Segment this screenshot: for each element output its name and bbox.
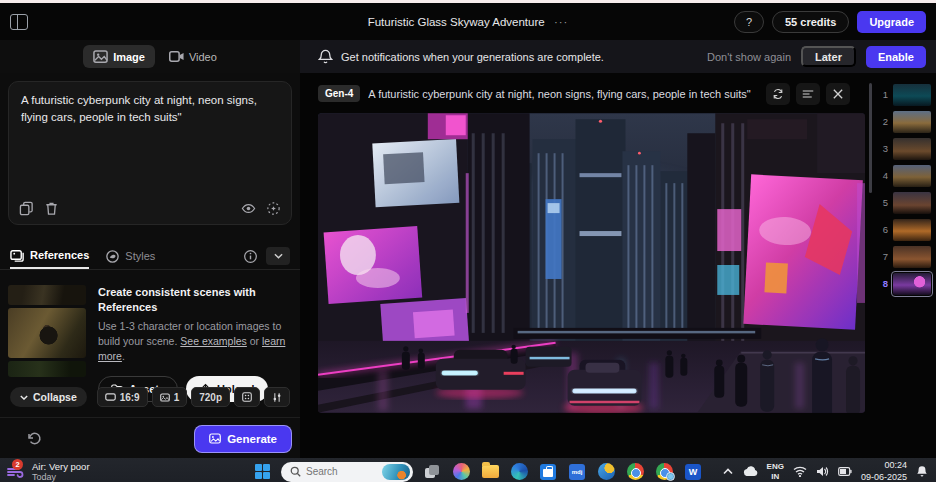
runway-app-window: Futuristic Glass Skyway Adventure ··· ? … [0, 3, 936, 482]
microsoft-store-icon[interactable] [538, 462, 558, 482]
language-indicator[interactable]: ENG IN [767, 462, 784, 480]
close-icon[interactable] [826, 83, 850, 105]
image-count-chip[interactable]: 1 [152, 387, 188, 407]
weather-line1: Air: Very poor [32, 461, 90, 472]
sub-bar: Image Video Get notifications when your … [0, 40, 936, 73]
start-button[interactable] [252, 462, 272, 482]
top-bar: Futuristic Glass Skyway Adventure ··· ? … [0, 3, 936, 40]
history-item-4[interactable]: 4 [878, 162, 936, 189]
history-thumbnail-3[interactable] [893, 138, 931, 160]
generation-prompt-label: A futuristic cyberpunk city at night, ne… [368, 88, 750, 100]
notification-bar: Get notifications when your generations … [300, 40, 936, 73]
chrome-icon[interactable] [625, 462, 645, 482]
tab-image[interactable]: Image [83, 45, 155, 68]
history-thumbnail-7[interactable] [893, 246, 931, 268]
history-thumbnail-6[interactable] [893, 219, 931, 241]
dont-show-again-link[interactable]: Don't show again [707, 51, 791, 63]
references-header: References Styles [0, 243, 300, 269]
history-thumbnail-5[interactable] [893, 192, 931, 214]
history-thumbnail-4[interactable] [893, 165, 931, 187]
collapse-button[interactable]: Collapse [10, 387, 87, 407]
volume-icon[interactable] [816, 466, 829, 477]
history-thumbnail-8[interactable] [893, 273, 931, 295]
details-icon[interactable] [796, 83, 820, 105]
divider [0, 269, 300, 270]
history-reset-icon[interactable] [26, 431, 42, 447]
aspect-ratio-chip[interactable]: 16:9 [97, 387, 148, 407]
later-button[interactable]: Later [801, 46, 856, 67]
weather-widget[interactable]: 2 Air: Very poor Today [0, 461, 150, 482]
scrollbar[interactable] [869, 83, 872, 193]
aspect-ratio-icon [105, 393, 116, 401]
search-icon [290, 466, 301, 477]
history-thumbnail-1[interactable] [893, 84, 931, 106]
prompt-input-box[interactable]: A futuristic cyberpunk city at night, ne… [8, 81, 292, 225]
divider [0, 417, 300, 418]
image-icon [209, 433, 221, 444]
wifi-icon[interactable] [793, 466, 807, 477]
weather-line2: Today [32, 472, 90, 482]
search-daily-image [382, 464, 410, 480]
tab-references[interactable]: References [10, 243, 89, 269]
time: 00:24 [861, 460, 907, 471]
onedrive-cloud-icon[interactable] [742, 466, 758, 477]
history-item-5[interactable]: 5 [878, 189, 936, 216]
resolution-chip[interactable]: 720p [191, 387, 230, 407]
eye-icon[interactable] [241, 201, 256, 216]
prompt-text[interactable]: A futuristic cyberpunk city at night, ne… [21, 92, 279, 125]
references-body: Use 1-3 character or location images to … [98, 319, 292, 365]
bell-icon [318, 49, 333, 64]
search-input[interactable] [306, 466, 376, 477]
task-view-icon[interactable] [422, 462, 442, 482]
history-item-3[interactable]: 3 [878, 135, 936, 162]
advanced-settings-chip[interactable] [264, 387, 290, 407]
history-item-2[interactable]: 2 [878, 108, 936, 135]
copy-icon[interactable] [19, 201, 34, 216]
history-item-8-selected[interactable]: 8 [878, 270, 936, 297]
clock-widget[interactable]: 00:24 09-06-2025 [861, 460, 907, 482]
see-examples-link[interactable]: See examples [180, 335, 247, 347]
upgrade-button[interactable]: Upgrade [857, 11, 926, 33]
reuse-settings-icon[interactable] [766, 83, 790, 105]
prompt-panel: A futuristic cyberpunk city at night, ne… [0, 73, 300, 458]
collapse-references-button[interactable] [266, 247, 290, 265]
reference-example-top [8, 285, 86, 305]
video-camera-icon [169, 49, 184, 64]
chrome-active-window-icon[interactable] [654, 462, 674, 482]
taskbar-search-box[interactable] [281, 462, 413, 482]
title-menu-icon[interactable]: ··· [554, 16, 569, 28]
hidden-icons-chevron[interactable] [723, 468, 733, 475]
edge-icon[interactable] [509, 462, 529, 482]
file-explorer-icon[interactable] [480, 462, 500, 482]
history-item-7[interactable]: 7 [878, 243, 936, 270]
references-heading: Create consistent scenes with References [98, 285, 292, 315]
info-icon[interactable] [243, 249, 258, 264]
generate-button[interactable]: Generate [194, 425, 292, 453]
round-app-icon[interactable] [596, 462, 616, 482]
generate-row: Generate [0, 419, 300, 458]
notification-message: Get notifications when your generations … [341, 51, 604, 63]
word-icon[interactable]: W [683, 462, 703, 482]
mode-tabs: Image Video [0, 40, 300, 73]
pinned-app-icon[interactable]: mdj [567, 462, 587, 482]
copilot-icon[interactable] [451, 462, 471, 482]
image-icon [93, 49, 108, 64]
enhance-icon[interactable] [266, 201, 281, 216]
battery-icon[interactable] [838, 467, 852, 476]
generation-settings-row: Collapse 16:9 1 720p [0, 385, 300, 409]
history-item-1[interactable]: 1 [878, 81, 936, 108]
tab-styles[interactable]: Styles [105, 243, 155, 269]
generation-history-rail: 1 2 3 4 5 6 7 [878, 81, 936, 297]
date: 09-06-2025 [861, 472, 907, 482]
chevron-down-icon [274, 253, 283, 259]
generated-image[interactable] [318, 113, 865, 413]
history-item-6[interactable]: 6 [878, 216, 936, 243]
history-thumbnail-2[interactable] [893, 111, 931, 133]
delete-icon[interactable] [44, 201, 59, 216]
help-chat-icon[interactable]: ? [734, 11, 764, 33]
seed-chip[interactable] [234, 387, 260, 407]
enable-button[interactable]: Enable [866, 46, 926, 68]
credits-badge[interactable]: 55 credits [772, 11, 849, 33]
notification-center-icon[interactable] [916, 465, 928, 478]
tab-video[interactable]: Video [169, 49, 217, 64]
